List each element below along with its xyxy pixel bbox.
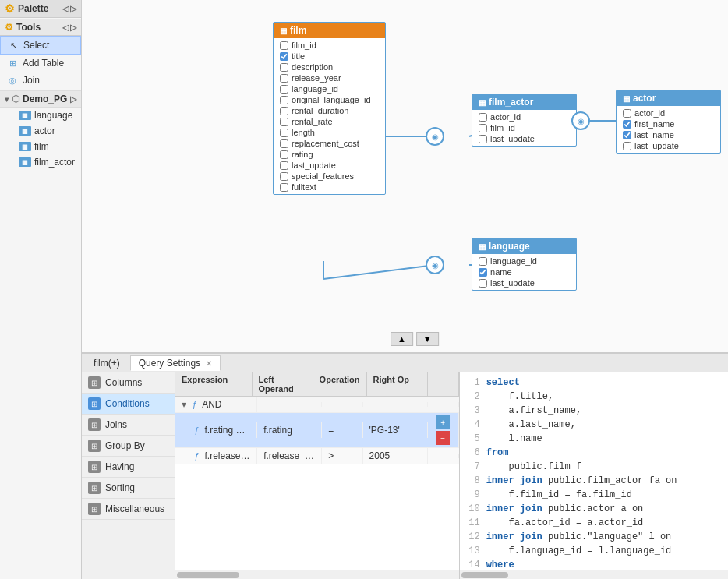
film-field-rental_duration[interactable]: rental_duration — [274, 105, 385, 116]
language-field-name[interactable]: name — [472, 267, 576, 277]
join-icon-filmactor-actor[interactable]: ◉ — [571, 111, 590, 130]
palette-title: Palette — [18, 3, 48, 14]
actor-field-last_update[interactable]: last_update — [617, 140, 720, 151]
sidebar-item-film-actor[interactable]: ▦ film_actor — [0, 154, 81, 170]
canvas-nav-up[interactable]: ▲ — [391, 332, 413, 346]
nav-item-miscellaneous[interactable]: ⊞ Miscellaneous — [82, 499, 175, 520]
film-field-description-checkbox[interactable] — [280, 63, 288, 72]
tools-collapse-right[interactable]: ▷ — [70, 23, 76, 33]
canvas-area[interactable]: ▦ film film_id title description release… — [82, 0, 728, 353]
collapse-left-icon[interactable]: ◁ — [62, 4, 69, 14]
sidebar-item-join[interactable]: ◎ Join — [0, 72, 81, 89]
sql-code-3: a.first_name, — [486, 404, 728, 418]
film-field-film_id[interactable]: film_id — [274, 40, 385, 51]
sidebar-item-language[interactable]: ▦ language — [0, 108, 81, 123]
actor-field-first_name-checkbox[interactable] — [623, 120, 631, 129]
film-field-replacement_cost-checkbox[interactable] — [280, 139, 288, 148]
nav-item-conditions[interactable]: ⊞ Conditions — [82, 394, 175, 415]
language-field-language_id-checkbox[interactable] — [479, 257, 487, 266]
condition-2-left: f.release_year — [257, 448, 322, 464]
sidebar-item-actor[interactable]: ▦ actor — [0, 123, 81, 139]
language-field-language_id[interactable]: language_id — [472, 256, 576, 267]
film-field-length-checkbox[interactable] — [280, 129, 288, 137]
group-expand-icon[interactable]: ▾ — [182, 399, 186, 410]
actor-field-actor_id[interactable]: actor_id — [617, 108, 720, 118]
bottom-scrollbar[interactable] — [175, 570, 459, 579]
collapse-right-icon[interactable]: ▷ — [70, 4, 76, 14]
film-field-rental_rate-checkbox[interactable] — [280, 118, 288, 126]
nav-item-sorting[interactable]: ⊞ Sorting — [82, 478, 175, 499]
table-language[interactable]: ▦ language language_id name last_update — [472, 238, 577, 291]
film-field-rating[interactable]: rating — [274, 149, 385, 160]
film-actor-field-film_id[interactable]: film_id — [472, 122, 576, 133]
actor-field-last_name[interactable]: last_name — [617, 129, 720, 140]
film-field-last_update-checkbox[interactable] — [280, 161, 288, 170]
film-field-original_language_id[interactable]: original_language_id — [274, 94, 385, 105]
nav-item-having[interactable]: ⊞ Having — [82, 457, 175, 478]
sidebar-item-select[interactable]: ↖ Select — [0, 36, 81, 55]
film-field-language_id[interactable]: language_id — [274, 83, 385, 94]
table-film[interactable]: ▦ film film_id title description release… — [273, 22, 386, 195]
film-actor-field-actor_id-checkbox[interactable] — [479, 113, 487, 122]
film-field-rating-checkbox[interactable] — [280, 150, 288, 159]
actor-field-last_name-checkbox[interactable] — [623, 131, 631, 139]
tab-query-settings-close[interactable]: ✕ — [206, 359, 212, 368]
film-field-title[interactable]: title — [274, 51, 385, 62]
language-field-last_update-checkbox[interactable] — [479, 279, 487, 288]
film-field-rental_rate[interactable]: rental_rate — [274, 116, 385, 127]
film-field-release_year[interactable]: release_year — [274, 72, 385, 83]
group-label: AND — [202, 399, 221, 410]
tree-collapse-btn[interactable]: ▷ — [70, 94, 76, 104]
bottom-tabs: film(+) Query Settings ✕ — [82, 354, 728, 372]
film-field-release_year-checkbox[interactable] — [280, 74, 288, 83]
film-field-description[interactable]: description — [274, 62, 385, 72]
canvas-nav-down[interactable]: ▼ — [416, 332, 439, 346]
film-field-title-checkbox[interactable] — [280, 52, 288, 61]
join-icon-film-language[interactable]: ◉ — [426, 256, 444, 274]
condition-1-add-btn[interactable]: + — [436, 415, 450, 429]
sql-line-5: 5 l.name — [463, 432, 728, 446]
language-field-last_update[interactable]: last_update — [472, 277, 576, 288]
nav-item-columns[interactable]: ⊞ Columns — [82, 372, 175, 394]
condition-1-remove-btn[interactable]: − — [436, 431, 450, 445]
film-field-length[interactable]: length — [274, 127, 385, 138]
table-actor[interactable]: ▦ actor actor_id first_name last_name la… — [616, 90, 721, 154]
sidebar-item-add-table[interactable]: ⊞ Add Table — [0, 55, 81, 72]
join-icon-film-filmactor[interactable]: ◉ — [426, 127, 444, 146]
film-field-replacement_cost[interactable]: replacement_cost — [274, 138, 385, 149]
tab-film[interactable]: film(+) — [85, 355, 129, 371]
nav-item-group-by[interactable]: ⊞ Group By — [82, 436, 175, 457]
tab-query-settings[interactable]: Query Settings ✕ — [130, 355, 221, 371]
sql-linenum-9: 9 — [463, 488, 486, 502]
actor-field-first_name[interactable]: first_name — [617, 118, 720, 129]
language-field-name-checkbox[interactable] — [479, 268, 487, 277]
table-film-actor[interactable]: ▦ film_actor actor_id film_id last_updat… — [472, 94, 577, 147]
actor-header-icon: ▦ — [623, 94, 630, 103]
sql-scroll-thumb-h[interactable] — [461, 572, 508, 578]
tools-collapse-left[interactable]: ◁ — [62, 23, 69, 33]
sql-line-1: 1 select — [463, 376, 728, 390]
film-field-special_features-checkbox[interactable] — [280, 172, 288, 181]
film-actor-field-actor_id[interactable]: actor_id — [472, 111, 576, 122]
film-field-film_id-checkbox[interactable] — [280, 41, 288, 50]
film-field-fulltext-checkbox[interactable] — [280, 183, 288, 192]
film-actor-field-film_id-checkbox[interactable] — [479, 124, 487, 132]
condition-row-2[interactable]: ƒ f.release_year > 2005 f.release_year >… — [175, 448, 459, 464]
film-field-original_language_id-checkbox[interactable] — [280, 96, 288, 104]
nav-item-joins[interactable]: ⊞ Joins — [82, 415, 175, 436]
film-actor-field-last_update[interactable]: last_update — [472, 133, 576, 144]
film-field-special_features[interactable]: special_features — [274, 171, 385, 182]
sql-scrollbar-h[interactable] — [460, 570, 728, 579]
bottom-scroll-thumb[interactable] — [177, 572, 239, 578]
film-field-language_id-checkbox[interactable] — [280, 85, 288, 94]
film-actor-field-last_update-checkbox[interactable] — [479, 135, 487, 143]
film-field-rental_duration-checkbox[interactable] — [280, 107, 288, 115]
conditions-group-row[interactable]: ▾ ƒ AND — [175, 397, 459, 413]
film-field-last_update[interactable]: last_update — [274, 160, 385, 171]
condition-row-1[interactable]: ƒ f.rating = 'PG-13' f.rating = 'PG-13' … — [175, 413, 459, 448]
actor-field-actor_id-checkbox[interactable] — [623, 109, 631, 118]
sidebar-item-film[interactable]: ▦ film — [0, 139, 81, 154]
actor-field-last_update-checkbox[interactable] — [623, 142, 631, 150]
tree-group-demo-pg[interactable]: ▾ ⬡ Demo_PG ▷ — [0, 91, 81, 108]
film-field-fulltext[interactable]: fulltext — [274, 182, 385, 192]
